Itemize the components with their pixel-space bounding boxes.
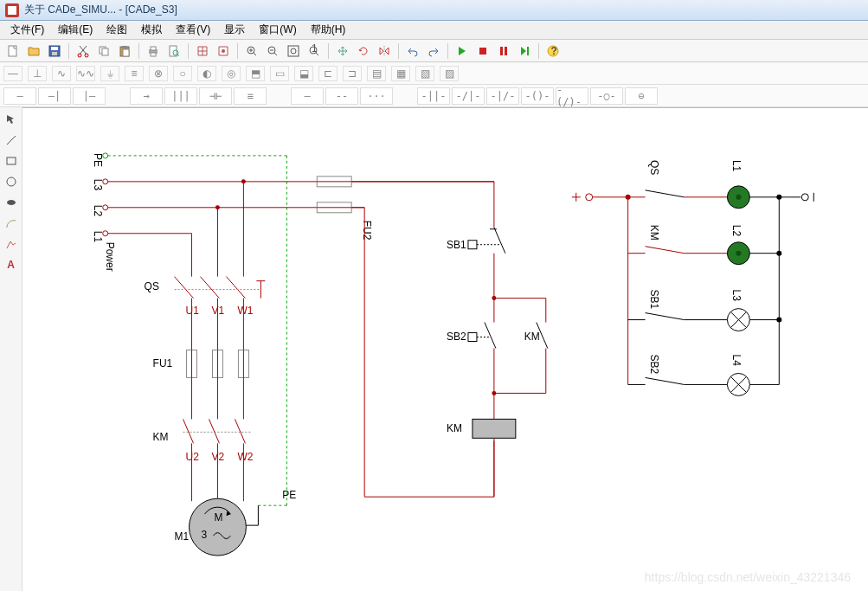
rotate-button[interactable] (354, 42, 373, 61)
step-button[interactable] (515, 42, 534, 61)
lad-13[interactable]: -|/- (486, 87, 519, 105)
save-button[interactable] (45, 42, 64, 61)
comp-16[interactable]: ▤ (367, 66, 386, 81)
cut-button[interactable] (74, 42, 93, 61)
line-tool[interactable] (3, 132, 20, 149)
label-r-l4: L4 (730, 354, 743, 366)
qs-switch (175, 277, 266, 299)
mirror-button[interactable] (375, 42, 394, 61)
comp-12[interactable]: ▭ (270, 66, 289, 81)
lad-9[interactable]: -- (325, 87, 358, 105)
svg-rect-19 (288, 46, 299, 56)
lad-3[interactable]: |— (73, 87, 106, 105)
lad-17[interactable]: ⊖ (625, 87, 658, 105)
open-button[interactable] (24, 42, 43, 61)
comp-6[interactable]: ≡ (125, 66, 144, 81)
comp-1[interactable]: — (3, 66, 23, 81)
svg-point-109 (586, 194, 593, 201)
comp-9[interactable]: ◐ (197, 66, 216, 81)
lad-15[interactable]: -(/)- (556, 87, 588, 105)
svg-text:1: 1 (312, 44, 318, 55)
help-button[interactable]: ? (543, 42, 563, 61)
cursor-tool[interactable] (3, 111, 20, 128)
menu-view[interactable]: 查看(V) (169, 21, 217, 39)
run-button[interactable] (453, 42, 472, 61)
label-l2: L2 (92, 205, 104, 217)
lad-8[interactable]: — (291, 87, 324, 105)
symbol-button[interactable] (214, 42, 233, 61)
new-button[interactable] (3, 42, 23, 61)
arc-tool[interactable] (3, 215, 20, 232)
lad-11[interactable]: -||- (417, 87, 450, 105)
comp-13[interactable]: ⬓ (294, 66, 313, 81)
comp-4[interactable]: ∿∿ (76, 66, 95, 81)
menu-show[interactable]: 显示 (217, 21, 252, 39)
zoom-fit-button[interactable] (284, 42, 303, 61)
paste-button[interactable] (115, 42, 134, 61)
lad-5[interactable]: ||| (164, 87, 197, 105)
label-v2: V2 (211, 451, 224, 463)
label-sb1: SB1 (447, 239, 466, 251)
poly-tool[interactable] (3, 235, 20, 253)
window-title: 关于 CADe_SIMU... - [CADe_S3] (24, 3, 177, 17)
drawing-canvas[interactable]: PE L3 L2 L1 Power (23, 107, 868, 591)
stop-button[interactable] (473, 42, 492, 61)
menu-file[interactable]: 文件(F) (3, 21, 51, 39)
comp-5[interactable]: ⏚ (100, 66, 119, 81)
pause-button[interactable] (494, 42, 513, 61)
zoom-out-button[interactable] (263, 42, 282, 61)
undo-button[interactable] (403, 42, 422, 61)
menu-edit[interactable]: 编辑(E) (51, 21, 100, 39)
library-button[interactable] (193, 42, 212, 61)
comp-7[interactable]: ⊗ (149, 66, 168, 81)
svg-point-20 (291, 48, 296, 54)
zoom-100-button[interactable]: 1 (305, 42, 324, 61)
label-km: KM (153, 431, 169, 443)
lad-1[interactable]: — (3, 87, 36, 105)
label-r-qs: QS (648, 160, 660, 175)
lad-7[interactable]: ≡ (234, 87, 267, 105)
comp-17[interactable]: ▦ (391, 66, 410, 81)
comp-3[interactable]: ∿ (52, 66, 71, 81)
comp-19[interactable]: ▨ (440, 66, 459, 81)
comp-15[interactable]: ⊐ (343, 66, 362, 81)
lad-6[interactable]: ⊣⊢ (199, 87, 232, 105)
svg-rect-3 (52, 52, 57, 55)
label-power: Power (104, 242, 116, 272)
svg-point-16 (222, 49, 225, 53)
copy-button[interactable] (94, 42, 113, 61)
move-button[interactable] (333, 42, 352, 61)
preview-button[interactable] (164, 42, 183, 61)
label-l3: L3 (92, 179, 104, 191)
comp-8[interactable]: ○ (173, 66, 192, 81)
rect-tool[interactable] (3, 152, 20, 170)
print-button[interactable] (144, 42, 163, 61)
label-u1: U1 (186, 305, 200, 317)
comp-2[interactable]: ⊥ (28, 66, 47, 81)
lad-4[interactable]: → (130, 87, 163, 105)
lad-2[interactable]: —| (38, 87, 71, 105)
lad-16[interactable]: -○- (590, 87, 623, 105)
comp-11[interactable]: ⬒ (246, 66, 265, 81)
ellipse-tool[interactable] (3, 194, 20, 211)
menu-window[interactable]: 窗口(W) (252, 21, 303, 39)
lad-12[interactable]: -/|- (452, 87, 485, 105)
comp-18[interactable]: ▧ (415, 66, 434, 81)
circle-tool[interactable] (3, 173, 20, 190)
lad-14[interactable]: -()- (521, 87, 554, 105)
svg-rect-10 (123, 49, 129, 56)
menu-draw[interactable]: 绘图 (100, 21, 134, 39)
svg-rect-9 (122, 46, 127, 48)
text-tool[interactable]: A (3, 256, 20, 273)
zoom-in-button[interactable] (242, 42, 261, 61)
menu-help[interactable]: 帮助(H) (304, 21, 353, 39)
redo-button[interactable] (424, 42, 443, 61)
menu-simu[interactable]: 模拟 (134, 21, 169, 39)
lad-10[interactable]: ··· (360, 87, 393, 105)
svg-point-144 (776, 251, 781, 256)
comp-10[interactable]: ◎ (222, 66, 241, 81)
comp-14[interactable]: ⊏ (318, 66, 338, 81)
svg-point-142 (801, 194, 808, 201)
svg-line-87 (494, 228, 505, 254)
svg-line-126 (646, 313, 685, 320)
